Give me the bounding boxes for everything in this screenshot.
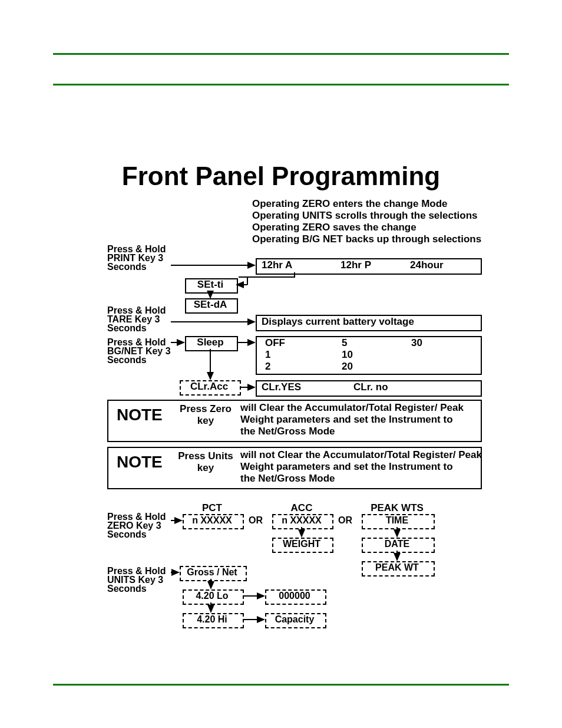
sleep-30: 30 — [411, 337, 422, 349]
weight-text: WEIGHT — [272, 539, 331, 549]
clr-yes: CLr.YES — [262, 381, 301, 393]
sleep-text: Sleep — [185, 337, 236, 348]
clracc-text: CLr.Acc — [180, 381, 239, 393]
note2-key: Press Units key — [173, 450, 238, 474]
sleep-1: 1 — [265, 349, 270, 361]
sleep-20: 20 — [342, 361, 353, 373]
sleepopts-box — [256, 336, 482, 375]
note2-text: will not Clear the Accumulator/Total Reg… — [240, 449, 482, 485]
sleep-10: 10 — [342, 349, 353, 361]
time-c: 24hour — [410, 259, 444, 271]
hi420-text: 4.20 Hi — [183, 614, 242, 625]
act-units-l3: Seconds — [107, 584, 147, 594]
sleep-2: 2 — [265, 361, 270, 373]
clr-no: CLr. no — [353, 381, 388, 393]
sleep-5: 5 — [342, 337, 347, 349]
sleep-off: OFF — [265, 337, 285, 349]
bottom-rule — [53, 684, 509, 686]
or-2: OR — [338, 515, 352, 526]
note1-label: NOTE — [117, 406, 163, 424]
col-peakwts: PEAK WTS — [362, 502, 432, 514]
intro-line-2: Operating UNITS scrolls through the sele… — [252, 210, 478, 222]
note2-label: NOTE — [117, 453, 163, 472]
peakwt-text: PEAK WT — [362, 562, 432, 573]
act-tare-l3: Seconds — [107, 323, 147, 334]
intro-line-3: Operating ZERO saves the change — [252, 222, 416, 233]
zeros-text: 000000 — [265, 591, 324, 601]
batt-text: Displays current battery voltage — [262, 316, 414, 328]
time-b: 12hr P — [340, 259, 371, 271]
date-text: DATE — [362, 539, 432, 549]
nX2-text: n XXXXX — [272, 515, 331, 526]
or-1: OR — [249, 515, 263, 526]
note1-key: Press Zero key — [173, 403, 238, 427]
top-rule-2 — [53, 84, 509, 85]
intro-line-4: Operating B/G NET backs up through selec… — [252, 233, 481, 245]
top-rule-1 — [53, 53, 509, 55]
col-pct: PCT — [183, 502, 242, 514]
act-zero-l3: Seconds — [107, 529, 147, 540]
setti-text: SEt-ti — [185, 279, 236, 291]
act-bgnet-l3: Seconds — [107, 355, 147, 365]
time-text: TIME — [362, 515, 432, 526]
document-page: Front Panel Programming Operating ZERO e… — [0, 0, 562, 728]
act-print-l3: Seconds — [107, 262, 147, 272]
col-acc: ACC — [272, 502, 331, 514]
page-title: Front Panel Programming — [0, 162, 562, 191]
note1-text: will Clear the Accumulator/Total Registe… — [240, 402, 464, 437]
setda-text: SEt-dA — [185, 299, 236, 311]
nX1-text: n XXXXX — [183, 515, 242, 526]
lo420-text: 4.20 Lo — [183, 591, 242, 601]
grossnet-text: Gross / Net — [180, 567, 244, 578]
time-a: 12hr A — [262, 259, 292, 271]
intro-line-1: Operating ZERO enters the change Mode — [252, 198, 448, 210]
capacity-text: Capacity — [265, 614, 324, 625]
